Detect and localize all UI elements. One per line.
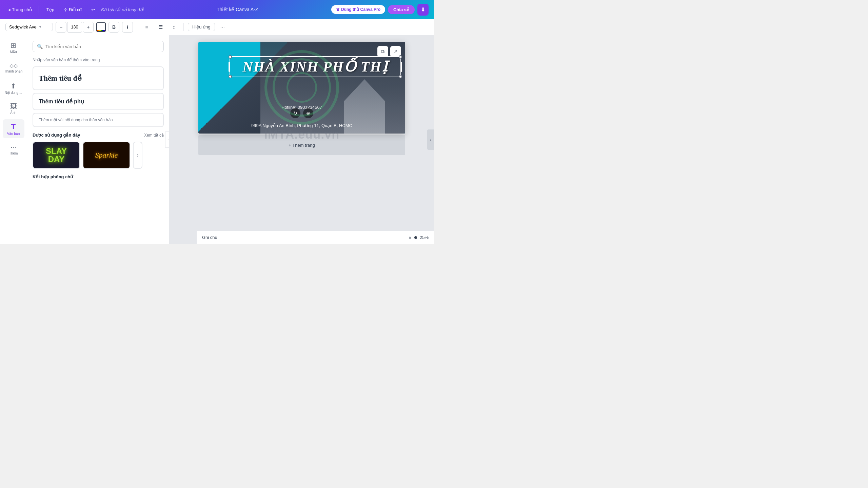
download-icon: ⬇ xyxy=(421,7,425,13)
sidebar-item-van-ban[interactable]: T Văn bản xyxy=(3,119,24,138)
collapse-panel-button[interactable]: ◂ xyxy=(165,131,170,148)
share-button[interactable]: Chia sẻ xyxy=(388,5,415,14)
sidebar-item-thanh-phan[interactable]: ◇◇ Thành phần xyxy=(3,58,24,77)
bold-button[interactable]: B xyxy=(108,22,119,33)
nav-right-actions: ♛ Dùng thử Canva Pro Chia sẻ ⬇ xyxy=(331,4,429,16)
template-icon: ⊞ xyxy=(11,41,16,49)
sidebar-item-them[interactable]: ··· Thêm xyxy=(3,140,24,159)
text-icon: T xyxy=(11,122,16,131)
decrease-font-size-button[interactable]: − xyxy=(56,22,66,33)
try-pro-button[interactable]: ♛ Dùng thử Canva Pro xyxy=(331,5,385,14)
add-title-label: Thêm tiêu đề xyxy=(39,74,82,82)
share-design-button[interactable]: ↗ xyxy=(390,46,401,57)
more-icon: ··· xyxy=(11,143,16,151)
font-sample-sparkle[interactable]: Sparkle xyxy=(83,142,130,169)
file-menu-label: Tệp xyxy=(46,7,54,12)
crown-icon: ♛ xyxy=(336,7,340,12)
toolbar-separator-2 xyxy=(183,23,184,31)
hint-text: Nhấp vào văn bản để thêm vào trang xyxy=(33,58,164,62)
font-sample-slay-day[interactable]: SLAYDAY xyxy=(33,142,80,169)
effects-button[interactable]: Hiệu ứng xyxy=(188,23,215,31)
main-title-block[interactable]: NHÀ XINH PHỐ THỊ xyxy=(232,59,398,75)
saved-status: Đã lưu tất cả thay đổi xyxy=(101,7,143,12)
recent-section-title: Được sử dụng gần đây xyxy=(33,133,80,138)
bottom-bar: Ghi chú ∧ 25% xyxy=(197,230,434,244)
share-label: Chia sẻ xyxy=(393,7,409,12)
nav-divider-1 xyxy=(39,6,39,13)
formatting-toolbar: Sedgwick Ave ▾ − + B I ≡ ☰ ↕ Hiệu ứng ··… xyxy=(0,19,434,35)
download-button[interactable]: ⬇ xyxy=(417,4,429,16)
sidebar-van-ban-label: Văn bản xyxy=(7,132,20,136)
notes-label: Ghi chú xyxy=(202,235,217,240)
align-button[interactable]: ≡ xyxy=(141,22,152,33)
italic-button[interactable]: I xyxy=(122,22,133,33)
fonts-next-button[interactable]: › xyxy=(133,142,142,169)
list-button[interactable]: ☰ xyxy=(155,22,166,33)
effects-label: Hiệu ứng xyxy=(192,24,211,29)
canvas-wrapper: ⧉ ↗ xyxy=(198,42,405,155)
elements-icon: ◇◇ xyxy=(9,62,18,69)
add-element-icon[interactable]: ⊕ xyxy=(303,108,313,118)
font-size-input[interactable] xyxy=(67,22,82,33)
rotate-icon[interactable]: ↻ xyxy=(290,108,300,118)
copy-icon: ⧉ xyxy=(381,49,384,55)
resize-label: Đổi cỡ xyxy=(69,7,82,12)
font-color-button[interactable] xyxy=(96,22,106,32)
sidebar-mau-label: Mẫu xyxy=(10,50,17,54)
sidebar-icons: ⊞ Mẫu ◇◇ Thành phần ⬆ Nội dung ... 🖼 Ảnh… xyxy=(0,35,27,244)
try-pro-label: Dùng thử Canva Pro xyxy=(341,7,380,12)
top-navigation: ◂ Trang chủ Tệp ⊹ Đổi cỡ ↩ Đã lưu tất cả… xyxy=(0,0,434,19)
text-panel: 🔍 Nhấp vào văn bản để thêm vào trang Thê… xyxy=(27,35,170,244)
more-options-button[interactable]: ··· xyxy=(218,23,228,32)
more-icon: ··· xyxy=(220,24,225,30)
resize-icon: ⊹ xyxy=(64,7,67,12)
design-title: Thiết kế Canva A-Z xyxy=(217,7,258,12)
font-name-label: Sedgwick Ave xyxy=(9,24,37,29)
undo-icon: ↩ xyxy=(91,7,95,12)
see-all-link[interactable]: Xem tất cả xyxy=(144,133,164,138)
right-panel-toggle[interactable]: › xyxy=(427,129,434,150)
resize-button[interactable]: ⊹ Đổi cỡ xyxy=(60,6,85,14)
expand-icon[interactable]: ∧ xyxy=(408,235,412,240)
sidebar-thanh-phan-label: Thành phần xyxy=(4,69,23,73)
file-menu-button[interactable]: Tệp xyxy=(43,6,58,14)
increase-font-size-button[interactable]: + xyxy=(83,22,94,33)
recent-section-header: Được sử dụng gần đây Xem tất cả xyxy=(33,133,164,138)
text-action-icons: ↻ ⊕ xyxy=(290,108,313,118)
main-title-text[interactable]: NHÀ XINH PHỐ THỊ xyxy=(232,59,398,75)
text-search-box[interactable]: 🔍 xyxy=(33,41,164,52)
list-icon: ☰ xyxy=(158,24,163,30)
spacing-button[interactable]: ↕ xyxy=(169,22,179,33)
toolbar-separator-1 xyxy=(137,23,137,31)
add-subtitle-button[interactable]: Thêm tiêu đề phụ xyxy=(33,93,164,110)
design-canvas-page-1[interactable]: ⧉ ↗ xyxy=(198,42,405,134)
sidebar-item-anh[interactable]: 🖼 Ảnh xyxy=(3,99,24,118)
address-block[interactable]: 999A Nguyễn An Bình, Phường 11, Quận B, … xyxy=(198,123,405,128)
back-arrow-icon: ◂ xyxy=(8,7,11,12)
add-page-button[interactable]: + Thêm trang xyxy=(198,135,405,155)
sidebar-item-noi-dung[interactable]: ⬆ Nội dung ... xyxy=(3,79,24,98)
search-input[interactable] xyxy=(45,44,159,49)
undo-button[interactable]: ↩ xyxy=(88,6,98,14)
add-body-label: Thêm một vài nội dung cho thân văn bản xyxy=(39,118,113,122)
sidebar-noi-dung-label: Nội dung ... xyxy=(5,91,22,95)
spacing-icon: ↕ xyxy=(173,24,175,30)
copy-design-button[interactable]: ⧉ xyxy=(377,46,388,57)
back-home-button[interactable]: ◂ Trang chủ xyxy=(5,6,35,14)
add-body-button[interactable]: Thêm một vài nội dung cho thân văn bản xyxy=(33,113,164,127)
canvas-page-content: ⧉ ↗ xyxy=(198,42,405,134)
canvas-area[interactable]: ⧉ ↗ xyxy=(170,35,434,244)
font-size-area: − + xyxy=(56,22,94,33)
slay-day-text: SLAYDAY xyxy=(46,147,67,163)
add-title-button[interactable]: Thêm tiêu đề xyxy=(33,66,164,90)
font-family-selector[interactable]: Sedgwick Ave ▾ xyxy=(5,23,53,31)
sidebar-item-mau[interactable]: ⊞ Mẫu xyxy=(3,38,24,57)
add-subtitle-label: Thêm tiêu đề phụ xyxy=(39,99,84,104)
nav-center: Thiết kế Canva A-Z xyxy=(146,7,329,12)
align-icon: ≡ xyxy=(145,24,149,30)
search-icon: 🔍 xyxy=(37,44,43,49)
address-text: 999A Nguyễn An Bình, Phường 11, Quận B, … xyxy=(251,123,352,128)
chevron-right-icon: › xyxy=(430,137,431,142)
zoom-dot[interactable] xyxy=(414,236,417,239)
add-page-label: + Thêm trang xyxy=(289,143,315,148)
